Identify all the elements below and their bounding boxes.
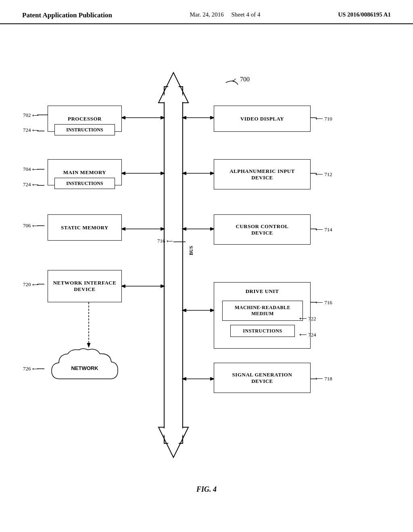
ref-706: 706 ⟵ — [23, 222, 39, 229]
cursor-control-label: CURSOR CONTROL DEVICE — [236, 223, 289, 236]
pub-date: Mar. 24, 2016 — [190, 11, 224, 18]
ref-724-1: 724 ⟵ — [23, 127, 39, 133]
diagram-svg — [0, 28, 413, 504]
machine-readable-label: MACHINE-READABLE MEDIUM — [235, 305, 290, 317]
instructions-2-label: INSTRUCTIONS — [66, 181, 103, 187]
drive-unit-label: DRIVE UNIT — [214, 288, 310, 295]
ref-720: 720 ⟵ — [23, 281, 39, 288]
svg-marker-2 — [159, 427, 188, 457]
cursor-control-box: CURSOR CONTROL DEVICE — [214, 214, 311, 245]
ref-714: ⟵ 714 — [315, 227, 332, 233]
network-cloud-svg: NETWORK — [48, 347, 122, 391]
ref-700: 700 — [240, 76, 250, 83]
static-memory-box: STATIC MEMORY — [48, 214, 122, 241]
drive-unit-box: DRIVE UNIT MACHINE-READABLE MEDIUM INSTR… — [214, 282, 311, 349]
bus-label: BUS — [188, 246, 194, 255]
ref-724-2: 724 ⟵ — [23, 181, 39, 188]
instructions-1-label: INSTRUCTIONS — [66, 127, 103, 133]
alphanumeric-label: ALPHANUMERIC INPUT DEVICE — [229, 168, 295, 181]
svg-text:NETWORK: NETWORK — [71, 365, 98, 371]
network-interface-label: NETWORK INTERFACE DEVICE — [53, 280, 117, 293]
svg-marker-1 — [161, 76, 186, 102]
diagram-area: 700 ↙ PROCESSOR INSTRUCTIONS MAIN MEMORY… — [0, 28, 413, 504]
ref-702: 702 ⟵ — [23, 112, 39, 118]
svg-marker-0 — [159, 73, 188, 103]
ref-724-3: ⟵ 724 — [299, 332, 316, 338]
network-cloud: NETWORK — [48, 347, 122, 391]
ref-712: ⟵ 712 — [315, 171, 332, 178]
publication-label: Patent Application Publication — [22, 11, 112, 19]
ref-716: ⟵ 716 — [315, 299, 332, 306]
instructions-2-box: INSTRUCTIONS — [54, 178, 115, 189]
ref-708: 716 ⟵ — [157, 238, 173, 244]
instructions-3-box: INSTRUCTIONS — [230, 325, 295, 337]
svg-marker-3 — [161, 428, 186, 454]
ref-704: 704 ⟵ — [23, 166, 39, 172]
main-memory-label: MAIN MEMORY — [63, 169, 106, 176]
ref-718: ⟵ 718 — [315, 376, 332, 382]
signal-generation-label: SIGNAL GENERATION DEVICE — [232, 372, 292, 384]
figure-caption: FIG. 4 — [196, 485, 217, 494]
ref-722: ⟵ 722 — [299, 316, 316, 322]
machine-readable-box: MACHINE-READABLE MEDIUM — [222, 301, 303, 321]
alphanumeric-box: ALPHANUMERIC INPUT DEVICE — [214, 159, 311, 189]
ref-710: ⟵ 710 — [315, 116, 332, 122]
page-header: Patent Application Publication Mar. 24, … — [0, 0, 413, 24]
patent-number: US 2016/0086195 A1 — [338, 11, 391, 18]
date-sheet: Mar. 24, 2016 Sheet 4 of 4 — [190, 11, 261, 18]
network-interface-box: NETWORK INTERFACE DEVICE — [48, 270, 122, 302]
ref-726: 726 ⟵ — [23, 366, 39, 372]
sheet-info: Sheet 4 of 4 — [231, 11, 260, 18]
video-display-label: VIDEO DISPLAY — [240, 116, 284, 122]
static-memory-label: STATIC MEMORY — [61, 224, 108, 231]
instructions-3-label: INSTRUCTIONS — [243, 328, 282, 334]
video-display-box: VIDEO DISPLAY — [214, 106, 311, 132]
ref-700-arrow: ↙ — [232, 77, 237, 83]
processor-label: PROCESSOR — [68, 116, 102, 122]
signal-generation-box: SIGNAL GENERATION DEVICE — [214, 363, 311, 393]
instructions-1-box: INSTRUCTIONS — [54, 124, 115, 135]
